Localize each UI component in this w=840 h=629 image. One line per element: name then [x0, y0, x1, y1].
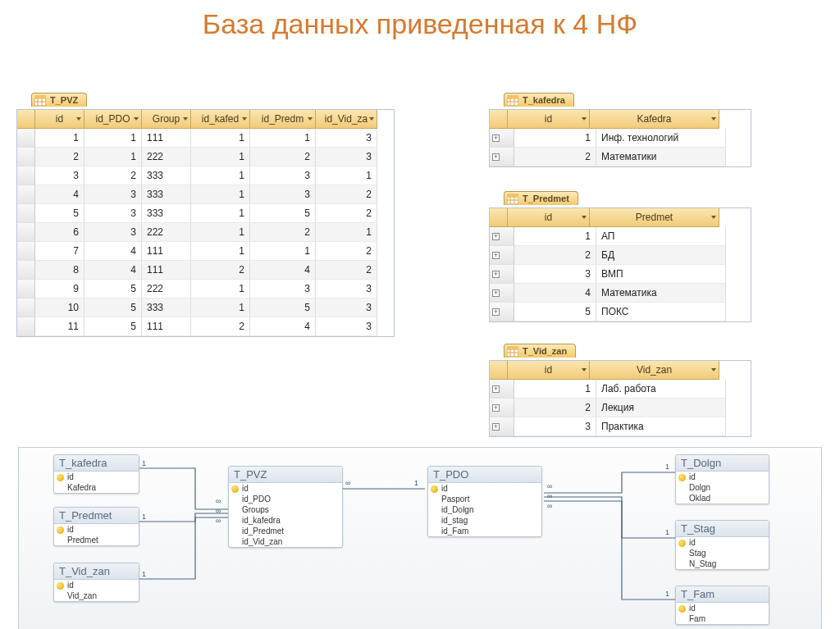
- cell-id[interactable]: 2: [514, 246, 596, 265]
- er-field[interactable]: id_kafedra: [229, 515, 342, 526]
- cell-group[interactable]: 333: [142, 166, 191, 185]
- cell-id[interactable]: 5: [35, 204, 84, 223]
- cell-id[interactable]: 1: [514, 129, 596, 148]
- er-field[interactable]: Fam: [676, 613, 769, 624]
- cell-id[interactable]: 9: [35, 280, 84, 299]
- cell-idpdo[interactable]: 4: [84, 242, 142, 261]
- row-selector[interactable]: +: [490, 129, 514, 148]
- row-selector[interactable]: +: [490, 246, 514, 265]
- er-field[interactable]: Kafedra: [54, 482, 139, 493]
- cell-id[interactable]: 5: [514, 303, 596, 321]
- er-field[interactable]: id_Predmet: [229, 526, 342, 536]
- er-field-pk[interactable]: id: [229, 483, 342, 494]
- er-entity-t-pdo[interactable]: T_PDOidPasportid_Dolgnid_stagid_Fam: [427, 466, 542, 537]
- cell-group[interactable]: 333: [142, 185, 191, 204]
- cell-predmet[interactable]: ВМП: [596, 265, 726, 284]
- cell-idpdo[interactable]: 3: [84, 185, 142, 204]
- cell-idvidza[interactable]: 3: [316, 317, 377, 336]
- cell-id[interactable]: 1: [514, 227, 596, 246]
- er-field-pk[interactable]: id: [54, 524, 139, 535]
- cell-idvidza[interactable]: 2: [316, 204, 377, 223]
- tab-t-pvz[interactable]: T_PVZ: [31, 93, 87, 107]
- row-selector[interactable]: [17, 280, 35, 299]
- cell-idvidza[interactable]: 3: [316, 148, 377, 166]
- chevron-down-icon[interactable]: [242, 117, 247, 121]
- table-row[interactable]: 11111113: [17, 129, 394, 148]
- cell-idpredm[interactable]: 5: [250, 299, 316, 317]
- cell-idpredm[interactable]: 3: [250, 166, 316, 185]
- table-row[interactable]: 95222133: [17, 280, 394, 299]
- col-header-idvidza[interactable]: id_Vid_za: [316, 110, 377, 129]
- er-field-pk[interactable]: id: [676, 537, 769, 548]
- cell-group[interactable]: 111: [142, 317, 191, 336]
- cell-idkafed[interactable]: 1: [191, 242, 250, 261]
- er-field[interactable]: Predmet: [54, 535, 139, 545]
- table-row[interactable]: 53333152: [17, 204, 394, 223]
- chevron-down-icon[interactable]: [134, 117, 139, 121]
- row-selector[interactable]: [17, 129, 35, 148]
- cell-id[interactable]: 11: [35, 317, 84, 336]
- row-selector[interactable]: [17, 317, 35, 336]
- er-field-pk[interactable]: id: [54, 472, 139, 482]
- cell-vidzan[interactable]: Лекция: [596, 399, 726, 417]
- cell-idpdo[interactable]: 1: [84, 148, 142, 166]
- cell-id[interactable]: 8: [35, 261, 84, 280]
- chevron-down-icon[interactable]: [183, 117, 188, 121]
- table-row[interactable]: +2БД: [490, 246, 751, 265]
- row-selector[interactable]: +: [490, 303, 514, 321]
- cell-idkafed[interactable]: 1: [191, 299, 250, 317]
- table-row[interactable]: +2Математики: [490, 148, 751, 166]
- er-field[interactable]: id_stag: [428, 515, 541, 526]
- row-selector[interactable]: [17, 185, 35, 204]
- select-all-corner[interactable]: [490, 361, 508, 380]
- cell-idpredm[interactable]: 3: [250, 185, 316, 204]
- col-header-idpredm[interactable]: id_Predm: [250, 110, 316, 129]
- cell-idpdo[interactable]: 3: [84, 223, 142, 242]
- er-entity-t-stag[interactable]: T_StagidStagN_Stag: [675, 520, 769, 570]
- tab-t-vidzan[interactable]: T_Vid_zan: [504, 344, 576, 358]
- chevron-down-icon[interactable]: [582, 368, 587, 371]
- er-field[interactable]: Dolgn: [676, 482, 769, 493]
- expand-icon[interactable]: +: [492, 153, 500, 161]
- cell-idkafed[interactable]: 1: [191, 166, 250, 185]
- row-selector[interactable]: +: [490, 148, 514, 166]
- col-header-id[interactable]: id: [508, 208, 590, 227]
- cell-id[interactable]: 4: [514, 284, 596, 303]
- cell-idvidza[interactable]: 2: [316, 242, 377, 261]
- chevron-down-icon[interactable]: [711, 117, 716, 121]
- chevron-down-icon[interactable]: [711, 368, 716, 371]
- cell-idpredm[interactable]: 4: [250, 261, 316, 280]
- select-all-corner[interactable]: [17, 110, 35, 129]
- row-selector[interactable]: +: [490, 380, 514, 399]
- col-header-vidzan[interactable]: Vid_zan: [590, 361, 719, 380]
- er-field-pk[interactable]: id: [428, 483, 541, 494]
- cell-id[interactable]: 2: [35, 148, 84, 166]
- cell-idvidza[interactable]: 3: [316, 299, 377, 317]
- er-field-pk[interactable]: id: [676, 603, 769, 613]
- col-header-group[interactable]: Group: [142, 110, 191, 129]
- er-field[interactable]: id_Vid_zan: [229, 536, 342, 547]
- er-entity-t-vidzan[interactable]: T_Vid_zanidVid_zan: [53, 563, 139, 602]
- expand-icon[interactable]: +: [492, 289, 500, 297]
- table-row[interactable]: 105333153: [17, 299, 394, 317]
- cell-idvidza[interactable]: 1: [316, 223, 377, 242]
- cell-idpredm[interactable]: 4: [250, 317, 316, 336]
- cell-id[interactable]: 2: [514, 148, 596, 166]
- select-all-corner[interactable]: [490, 208, 508, 227]
- row-selector[interactable]: [17, 299, 35, 317]
- expand-icon[interactable]: +: [492, 308, 500, 316]
- cell-idvidza[interactable]: 1: [316, 166, 377, 185]
- cell-idpdo[interactable]: 5: [84, 280, 142, 299]
- expand-icon[interactable]: +: [492, 134, 500, 142]
- chevron-down-icon[interactable]: [76, 117, 81, 121]
- row-selector[interactable]: +: [490, 284, 514, 303]
- col-header-kafedra[interactable]: Kafedra: [590, 110, 719, 129]
- row-selector[interactable]: [17, 166, 35, 185]
- row-selector[interactable]: [17, 242, 35, 261]
- table-row[interactable]: +5ПОКС: [490, 303, 751, 321]
- cell-idpredm[interactable]: 1: [250, 129, 316, 148]
- table-row[interactable]: 115111243: [17, 317, 394, 336]
- cell-kafedra[interactable]: Математики: [596, 148, 726, 166]
- cell-idvidza[interactable]: 2: [316, 261, 377, 280]
- table-row[interactable]: 21222123: [17, 148, 394, 166]
